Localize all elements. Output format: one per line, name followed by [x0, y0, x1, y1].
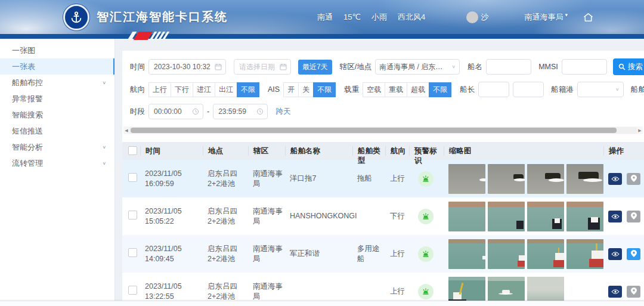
- thumbnail-image[interactable]: [527, 202, 564, 231]
- thumbnail-image[interactable]: [566, 164, 603, 194]
- alarm-lamp-icon: [418, 171, 434, 187]
- thumbnail-image[interactable]: [448, 239, 485, 269]
- eye-icon: [611, 176, 620, 182]
- thumbnail-image[interactable]: [448, 202, 485, 231]
- heading-option-any[interactable]: 不限: [237, 82, 259, 97]
- horizontal-scrollbar[interactable]: ◀ ▶: [123, 126, 643, 134]
- load-label: 载重: [344, 85, 359, 95]
- ship-length-max-input[interactable]: [513, 82, 544, 97]
- cell-heading: 下行: [385, 211, 409, 221]
- filter-row-1: 时间 最近7天 辖区/地点 南通海事局 / 启东吕四2+2港... ∨ 船名: [122, 58, 644, 75]
- heading-option-enter[interactable]: 进江: [193, 82, 215, 97]
- scroll-right-arrow[interactable]: ▶: [637, 128, 643, 133]
- load-option-heavy[interactable]: 重载: [385, 82, 407, 97]
- scroll-left-arrow[interactable]: ◀: [123, 128, 129, 133]
- alarm-lamp-icon: [418, 284, 434, 299]
- chevron-down-icon: ∨: [452, 64, 456, 69]
- view-button[interactable]: [608, 173, 622, 185]
- cell-time: 2023/11/0513:22:55: [140, 282, 203, 302]
- thumbnail-image[interactable]: [566, 202, 603, 231]
- row-checkbox[interactable]: [128, 286, 137, 295]
- mmsi-label: MMSI: [538, 63, 558, 71]
- end-date-input[interactable]: [234, 59, 291, 75]
- mmsi-input[interactable]: [562, 59, 607, 75]
- heading-option-up[interactable]: 上行: [148, 82, 171, 97]
- load-option-any[interactable]: 不限: [429, 82, 451, 97]
- cell-ship-name: HANSHONGKONGI: [285, 211, 352, 221]
- thumbnail-image[interactable]: [488, 164, 525, 194]
- sidebar-item-abnormal-alarm[interactable]: 异常报警: [0, 91, 114, 107]
- sidebar-item-ship-control[interactable]: 船舶布控 ∨: [0, 75, 114, 91]
- top-header: 智汇江海智能卡口系统 南通 15℃ 小雨 西北风4 沙 南通海事局 ▾: [0, 0, 644, 34]
- chevron-down-icon: ∨: [102, 161, 106, 166]
- select-all-checkbox[interactable]: [128, 146, 137, 155]
- period-end-input[interactable]: [213, 104, 268, 119]
- cell-time: 2023/11/0516:09:59: [140, 169, 203, 189]
- cross-day-link[interactable]: 跨天: [275, 107, 290, 117]
- thumbnail-image[interactable]: [527, 164, 564, 194]
- thumbnail-image[interactable]: [488, 239, 525, 269]
- ais-option-off[interactable]: 关: [298, 82, 314, 97]
- row-checkbox[interactable]: [128, 173, 137, 182]
- ais-segment: 开 关 不限: [283, 82, 336, 97]
- thumbnail-image[interactable]: [448, 164, 485, 194]
- load-option-over[interactable]: 超载: [407, 82, 429, 97]
- row-checkbox[interactable]: [128, 248, 137, 257]
- thumbnail-image[interactable]: [527, 239, 564, 269]
- eye-icon: [611, 251, 620, 257]
- weather-condition: 小雨: [371, 12, 387, 23]
- chevron-down-icon: ∨: [615, 87, 620, 92]
- view-button[interactable]: [608, 248, 622, 260]
- start-datetime-input[interactable]: [148, 59, 226, 75]
- app: 智汇江海智能卡口系统 南通 15℃ 小雨 西北风4 沙 南通海事局 ▾: [0, 0, 644, 306]
- sidebar-item-smart-search[interactable]: 智能搜索: [0, 107, 114, 123]
- alarm-lamp-icon: [418, 209, 434, 224]
- thumb-art: [589, 259, 603, 267]
- search-button[interactable]: 搜索: [613, 58, 644, 75]
- ship-name-input[interactable]: [486, 59, 531, 75]
- thumbnail-image[interactable]: [488, 202, 525, 231]
- location-pin-icon: [631, 250, 637, 258]
- sidebar-item-sms-push[interactable]: 短信推送: [0, 123, 114, 139]
- sidebar-item-smart-analysis[interactable]: 智能分析 ∨: [0, 139, 114, 155]
- cell-location: 启东吕四2+2港池: [203, 169, 248, 189]
- app-title: 智汇江海智能卡口系统: [97, 9, 228, 25]
- sidebar-item-one-map[interactable]: 一张图: [0, 42, 114, 58]
- ais-option-any[interactable]: 不限: [313, 82, 336, 97]
- heading-option-down[interactable]: 下行: [171, 82, 193, 97]
- view-button[interactable]: [608, 211, 622, 222]
- thumb-art: [514, 178, 525, 181]
- ais-option-on[interactable]: 开: [283, 82, 299, 97]
- user-area: 沙 南通海事局 ▾: [466, 11, 593, 23]
- table-row: 2023/11/0516:09:59 启东吕四2+2港池 南通海事局 洋口拖7 …: [122, 160, 644, 197]
- thumb-art: [479, 178, 485, 181]
- registry-port-select[interactable]: ∨: [577, 82, 624, 97]
- track-button[interactable]: [627, 173, 640, 185]
- row-checkbox[interactable]: [128, 211, 137, 220]
- weather-city: 南通: [317, 12, 333, 23]
- view-button[interactable]: [608, 286, 622, 298]
- col-warn-flag: 预警标识: [409, 146, 444, 156]
- thumb-art: [555, 218, 560, 223]
- cell-jurisdiction: 南通海事局: [248, 244, 285, 264]
- track-button[interactable]: [627, 248, 640, 260]
- track-button[interactable]: [627, 286, 640, 298]
- home-icon[interactable]: [583, 13, 593, 22]
- scrollbar-track[interactable]: [129, 127, 637, 134]
- ship-length-min-input[interactable]: [478, 82, 509, 97]
- scrollbar-thumb[interactable]: [131, 128, 617, 133]
- org-dropdown[interactable]: 南通海事局 ▾: [524, 12, 568, 23]
- cell-jurisdiction: 南通海事局: [248, 282, 285, 302]
- load-option-empty[interactable]: 空载: [363, 82, 385, 97]
- thumbnail-image[interactable]: [566, 239, 603, 269]
- period-start-input[interactable]: [148, 104, 203, 119]
- last-7-days-button[interactable]: 最近7天: [298, 60, 332, 75]
- thumb-art: [555, 253, 564, 260]
- avatar[interactable]: [466, 11, 478, 23]
- area-select[interactable]: 南通海事局 / 启东吕四2+2港... ∨: [375, 59, 460, 75]
- track-button[interactable]: [627, 211, 640, 222]
- sidebar-item-one-table[interactable]: 一张表: [0, 58, 114, 75]
- anchor-logo-icon: [63, 4, 89, 30]
- sidebar-item-circulation-mgmt[interactable]: 流转管理 ∨: [0, 155, 114, 171]
- heading-option-exit[interactable]: 出江: [215, 82, 237, 97]
